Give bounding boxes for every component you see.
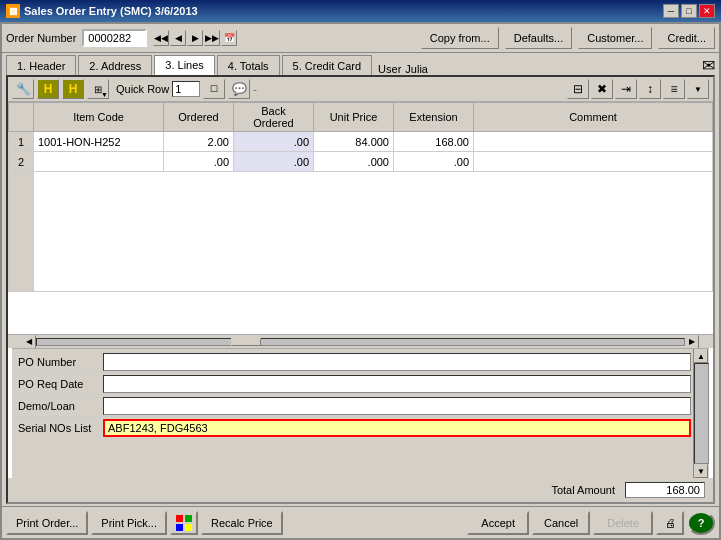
form-row-po-req-date: PO Req Date	[14, 373, 691, 395]
nav-first-button[interactable]: ◀◀	[153, 30, 169, 46]
row2-back-ordered[interactable]: .00	[234, 152, 314, 172]
order-number-input[interactable]: 0000282	[82, 29, 147, 47]
tab-creditcard[interactable]: 5. Credit Card	[282, 55, 372, 75]
save-icon-btn[interactable]: H	[37, 79, 59, 99]
restore-button[interactable]: □	[681, 4, 697, 18]
minimize-button[interactable]: ─	[663, 4, 679, 18]
table-row: 2 .00 .00 .000 .00	[9, 152, 713, 172]
move-icon-btn[interactable]: ↕	[639, 79, 661, 99]
tab-bar: 1. Header 2. Address 3. Lines 4. Totals …	[2, 53, 719, 75]
horizontal-scrollbar[interactable]: ◀ ▶	[8, 334, 713, 348]
scroll-up-arrow[interactable]: ▲	[694, 349, 708, 363]
total-row: Total Amount 168.00	[8, 478, 713, 502]
svg-rect-1	[185, 515, 192, 522]
delete-row-icon-btn[interactable]: ✖	[591, 79, 613, 99]
row1-back-ordered[interactable]: .00	[234, 132, 314, 152]
col-header-item: Item Code	[34, 103, 164, 132]
recalc-price-button[interactable]: Recalc Price	[201, 511, 283, 535]
save2-icon-btn[interactable]: H	[62, 79, 84, 99]
nav-next-button[interactable]: ▶	[187, 30, 203, 46]
print-icon-button[interactable]: 🖨	[656, 511, 684, 535]
po-number-label: PO Number	[14, 356, 99, 368]
order-number-label: Order Number	[6, 32, 76, 44]
print-order-button[interactable]: Print Order...	[6, 511, 88, 535]
checkbox-icon-btn[interactable]: ☐	[203, 79, 225, 99]
bottom-panel-scrollbar[interactable]: ▲ ▼	[693, 349, 709, 478]
defaults-button[interactable]: Defaults...	[505, 27, 573, 49]
cancel-button[interactable]: Cancel	[532, 511, 590, 535]
table-scroll-area[interactable]: Item Code Ordered Back Ordered Unit Pric…	[8, 102, 713, 334]
row1-extension[interactable]: 168.00	[394, 132, 474, 152]
total-amount-label: Total Amount	[551, 484, 615, 496]
table-row: 1 1001-HON-H252 2.00 .00 84.000 168.00	[9, 132, 713, 152]
user-tab: User Julia	[378, 63, 428, 75]
delete-button[interactable]: Delete	[593, 511, 653, 535]
row1-ordered[interactable]: 2.00	[164, 132, 234, 152]
help-icon-button[interactable]: ?	[687, 511, 715, 535]
user-value: Julia	[405, 63, 428, 75]
po-number-input[interactable]	[103, 353, 691, 371]
demo-loan-label: Demo/Loan	[14, 400, 99, 412]
separator-text: -	[253, 83, 257, 95]
inner-toolbar: 🔧 H H ⊞ ▼ Quick Row ☐ 💬 - ⊟ ✖ ⇥ ↕ ≡ ▼	[8, 77, 713, 102]
customer-button[interactable]: Customer...	[578, 27, 652, 49]
scroll-left-button[interactable]: ◀	[22, 335, 36, 349]
sort-icon-btn[interactable]: ⊟	[567, 79, 589, 99]
accept-button[interactable]: Accept	[467, 511, 529, 535]
bottom-panel: PO Number PO Req Date Demo/Loan Serial N…	[12, 348, 709, 478]
filter-icon-btn[interactable]: ≡	[663, 79, 685, 99]
app-icon: ▦	[6, 4, 20, 18]
insert-icon-btn[interactable]: ⇥	[615, 79, 637, 99]
scroll-track[interactable]	[36, 338, 685, 346]
tab-totals[interactable]: 4. Totals	[217, 55, 280, 75]
user-label: User	[378, 63, 401, 75]
po-req-date-label: PO Req Date	[14, 378, 99, 390]
main-window: Order Number 0000282 ◀◀ ◀ ▶ ▶▶ 📅 Copy fr…	[0, 22, 721, 540]
scroll-thumb[interactable]	[231, 338, 261, 346]
po-req-date-input[interactable]	[103, 375, 691, 393]
col-header-num	[9, 103, 34, 132]
close-button[interactable]: ✕	[699, 4, 715, 18]
grid-icon-btn[interactable]: ⊞ ▼	[87, 79, 109, 99]
row2-extension[interactable]: .00	[394, 152, 474, 172]
scroll-right-button[interactable]: ▶	[685, 335, 699, 349]
print-pick-button[interactable]: Print Pick...	[91, 511, 167, 535]
quick-row-input[interactable]	[172, 81, 200, 97]
form-row-po-number: PO Number	[14, 351, 691, 373]
nav-last-button[interactable]: ▶▶	[204, 30, 220, 46]
serial-nos-input[interactable]	[103, 419, 691, 437]
row1-num: 1	[9, 132, 34, 152]
scroll-down-arrow[interactable]: ▼	[694, 464, 708, 478]
quick-row-label: Quick Row	[116, 83, 169, 95]
total-amount-value: 168.00	[625, 482, 705, 498]
scroll-track-vertical[interactable]	[694, 363, 709, 464]
nav-calendar-button[interactable]: 📅	[221, 30, 237, 46]
windows-icon-button[interactable]	[170, 511, 198, 535]
credit-button[interactable]: Credit...	[658, 27, 715, 49]
email-icon[interactable]: ✉	[702, 57, 715, 74]
tab-address[interactable]: 2. Address	[78, 55, 152, 75]
row1-item-code[interactable]: 1001-HON-H252	[34, 132, 164, 152]
row2-item-code[interactable]	[34, 152, 164, 172]
tools-icon-btn[interactable]: 🔧	[12, 79, 34, 99]
tab-header[interactable]: 1. Header	[6, 55, 76, 75]
row2-unit-price[interactable]: .000	[314, 152, 394, 172]
copy-from-button[interactable]: Copy from...	[421, 27, 499, 49]
form-row-serial-nos: Serial NOs List	[14, 417, 691, 439]
row1-comment[interactable]	[474, 132, 713, 152]
row2-comment[interactable]	[474, 152, 713, 172]
more-icon-btn[interactable]: ▼	[687, 79, 709, 99]
col-header-unit: Unit Price	[314, 103, 394, 132]
toolbar-row: Order Number 0000282 ◀◀ ◀ ▶ ▶▶ 📅 Copy fr…	[2, 24, 719, 53]
bottom-form: PO Number PO Req Date Demo/Loan Serial N…	[12, 349, 693, 478]
demo-loan-input[interactable]	[103, 397, 691, 415]
table-row-empty	[9, 172, 713, 292]
nav-prev-button[interactable]: ◀	[170, 30, 186, 46]
svg-rect-0	[176, 515, 183, 522]
message-icon-btn[interactable]: 💬	[228, 79, 250, 99]
row2-ordered[interactable]: .00	[164, 152, 234, 172]
table-wrapper: Item Code Ordered Back Ordered Unit Pric…	[8, 102, 713, 334]
serial-nos-label: Serial NOs List	[14, 422, 99, 434]
row1-unit-price[interactable]: 84.000	[314, 132, 394, 152]
tab-lines[interactable]: 3. Lines	[154, 55, 215, 75]
